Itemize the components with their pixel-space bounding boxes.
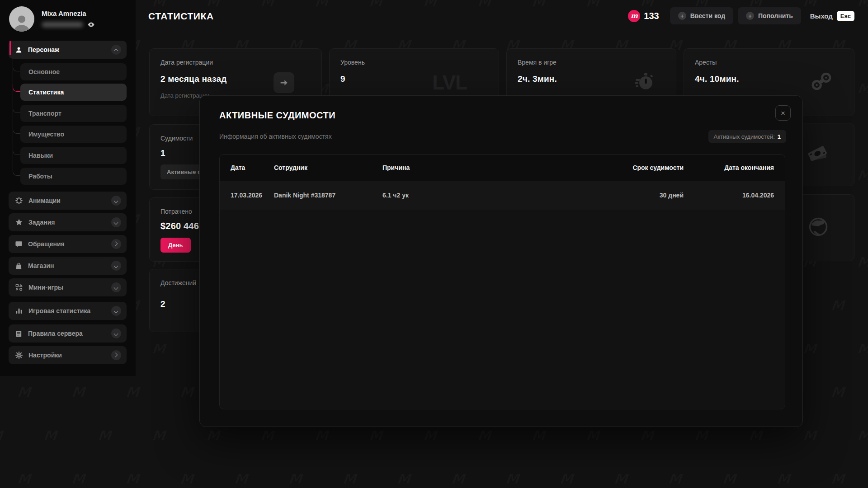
active-convictions-modal: × АКТИВНЫЕ СУДИМОСТИ Информация об актив… — [199, 95, 803, 427]
tree-branch — [13, 168, 20, 176]
chevron-right-icon — [111, 350, 121, 360]
cell-term: 30 дней — [589, 192, 684, 199]
tree-branch-active — [13, 84, 20, 92]
plus-icon: + — [746, 12, 754, 20]
card-title: Уровень — [340, 59, 488, 66]
col-header-date: Дата — [231, 164, 274, 171]
col-header-reason: Причина — [382, 164, 589, 171]
page-title: СТАТИСТИКА — [148, 11, 214, 22]
tree-branch — [13, 105, 20, 113]
badge-value: 1 — [778, 133, 781, 140]
profile: Mixa Amnezia — [9, 6, 95, 32]
minigames-icon — [15, 283, 23, 291]
lvl-watermark: LVL — [432, 71, 467, 94]
arrow-right-icon[interactable] — [274, 72, 294, 93]
sidebar-item-personazh[interactable]: Персонаж — [9, 41, 127, 59]
stopwatch-icon — [633, 70, 655, 94]
card-title: Аресты — [695, 59, 843, 66]
majestic-coin-icon: m — [628, 10, 640, 22]
money-icon — [805, 141, 830, 168]
chevron-up-icon — [111, 45, 121, 55]
card-title: Дата регистрации — [160, 59, 311, 66]
sidebar-item-imushchestvo[interactable]: Имущество — [20, 126, 127, 143]
chevron-down-icon — [111, 196, 121, 206]
close-icon[interactable]: × — [775, 105, 791, 121]
sidebar-item-zadaniya[interactable]: Задания — [9, 213, 127, 231]
cell-date: 17.03.2026 — [231, 192, 274, 199]
chat-icon — [15, 240, 23, 248]
page: MMMMMMMMMMMMMMMMMMMMMMMMMMMMMMMMMMMMMMMM… — [0, 0, 868, 488]
bag-icon — [15, 262, 23, 270]
sidebar: Mixa Amnezia Персонаж — [0, 0, 136, 376]
sidebar-item-label: Персонаж — [28, 46, 59, 53]
handcuffs-icon — [810, 70, 833, 95]
sidebar-item-statistika[interactable]: Статистика — [20, 84, 127, 101]
eye-icon[interactable] — [87, 21, 95, 28]
enter-code-label: Ввести код — [690, 12, 725, 19]
top-bar-actions: m 133 + Ввести код + Пополнить Выход Esc — [628, 7, 854, 24]
hidden-username — [42, 22, 83, 28]
table-header-row: Дата Сотрудник Причина Срок судимости Да… — [220, 155, 785, 181]
chevron-down-icon — [111, 306, 121, 316]
sidebar-item-raboty[interactable]: Работы — [20, 168, 127, 185]
tree-branch — [13, 63, 20, 71]
active-accent-bar — [9, 41, 11, 55]
col-header-term: Срок судимости — [589, 164, 684, 171]
chevron-down-icon — [111, 328, 121, 338]
chevron-down-icon — [111, 217, 121, 227]
plus-icon: + — [678, 12, 686, 20]
avatar — [9, 6, 34, 32]
col-header-officer: Сотрудник — [274, 164, 382, 171]
chevron-down-icon — [111, 282, 121, 292]
globe-icon — [806, 215, 830, 241]
exit-button[interactable]: Выход Esc — [810, 11, 854, 21]
topup-label: Пополнить — [758, 12, 793, 19]
sidebar-item-pravila-servera[interactable]: Правила сервера — [9, 324, 127, 343]
topup-button[interactable]: + Пополнить — [738, 7, 801, 24]
tree-branch — [13, 147, 20, 155]
person-icon — [15, 46, 23, 54]
modal-title: АКТИВНЫЕ СУДИМОСТИ — [219, 110, 335, 121]
chart-icon — [15, 307, 23, 315]
modal-subtitle: Информация об активных судимостях — [219, 133, 332, 140]
gear-icon — [15, 351, 23, 359]
sidebar-item-obrashcheniya[interactable]: Обращения — [9, 235, 127, 253]
person-silhouette-icon — [12, 12, 32, 32]
period-day-button[interactable]: День — [160, 238, 191, 253]
col-header-end-date: Дата окончания — [684, 164, 774, 171]
sidebar-item-nastroyki[interactable]: Настройки — [9, 346, 127, 364]
chevron-down-icon — [111, 261, 121, 271]
sidebar-item-igrovaya-statistika[interactable]: Игровая статистика — [9, 302, 127, 320]
balance-value: 133 — [644, 11, 659, 21]
spinner-icon — [15, 197, 23, 205]
convictions-count-badge: Активных судимостей: 1 — [708, 130, 787, 143]
star-icon — [15, 218, 23, 226]
convictions-table: Дата Сотрудник Причина Срок судимости Да… — [219, 154, 785, 409]
sidebar-item-mini-igry[interactable]: Мини-игры — [9, 278, 127, 296]
tree-line — [13, 59, 13, 172]
card-title: Время в игре — [518, 59, 665, 66]
sidebar-item-magazin[interactable]: Магазин — [9, 257, 127, 275]
sidebar-item-osnovnoe[interactable]: Основное — [20, 63, 127, 80]
profile-name: Mixa Amnezia — [42, 9, 95, 17]
currency-balance: m 133 — [628, 10, 659, 22]
sidebar-item-animacii[interactable]: Анимации — [9, 192, 127, 210]
esc-key-badge: Esc — [837, 11, 854, 21]
badge-label: Активных судимостей: — [714, 133, 775, 140]
sidebar-item-transport[interactable]: Транспорт — [20, 105, 127, 122]
exit-label: Выход — [810, 12, 833, 20]
tree-branch — [13, 126, 20, 134]
cell-officer: Danik Night #318787 — [274, 192, 382, 199]
rules-icon — [15, 330, 23, 338]
chevron-right-icon — [111, 239, 121, 249]
enter-code-button[interactable]: + Ввести код — [670, 7, 733, 24]
cell-reason: 6.1 ч2 ук — [382, 192, 589, 199]
sidebar-item-navyki[interactable]: Навыки — [20, 147, 127, 164]
cell-end-date: 16.04.2026 — [684, 192, 774, 199]
table-row: 17.03.2026 Danik Night #318787 6.1 ч2 ук… — [220, 181, 785, 210]
